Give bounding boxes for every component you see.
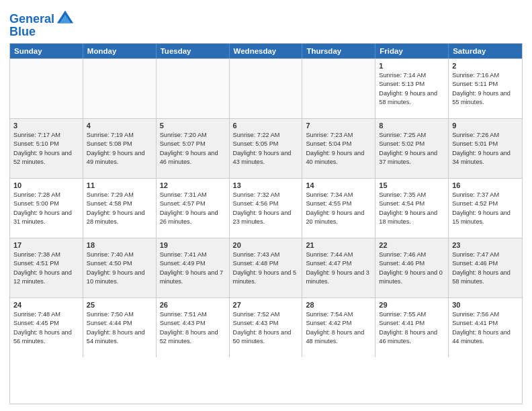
calendar-row-0: 1Sunrise: 7:14 AM Sunset: 5:13 PM Daylig…	[10, 58, 522, 118]
calendar-cell-3-6: 23Sunrise: 7:47 AM Sunset: 4:46 PM Dayli…	[449, 238, 522, 298]
day-number: 25	[87, 301, 152, 309]
day-number: 11	[87, 181, 152, 189]
day-number: 18	[87, 241, 152, 249]
day-number: 27	[233, 301, 299, 309]
calendar-cell-1-6: 9Sunrise: 7:26 AM Sunset: 5:01 PM Daylig…	[449, 119, 522, 178]
cell-info: Sunrise: 7:19 AM Sunset: 5:08 PM Dayligh…	[87, 131, 152, 167]
cell-info: Sunrise: 7:41 AM Sunset: 4:49 PM Dayligh…	[160, 250, 226, 286]
calendar: Sunday Monday Tuesday Wednesday Thursday…	[9, 43, 523, 404]
calendar-cell-2-4: 14Sunrise: 7:34 AM Sunset: 4:55 PM Dayli…	[302, 179, 375, 238]
cell-info: Sunrise: 7:51 AM Sunset: 4:43 PM Dayligh…	[160, 310, 226, 346]
calendar-header: Sunday Monday Tuesday Wednesday Thursday…	[10, 44, 522, 58]
day-number: 1	[379, 62, 445, 70]
calendar-cell-3-5: 22Sunrise: 7:46 AM Sunset: 4:46 PM Dayli…	[375, 238, 449, 298]
cell-info: Sunrise: 7:29 AM Sunset: 4:58 PM Dayligh…	[87, 191, 152, 226]
logo: General Blue	[9, 9, 75, 38]
cell-info: Sunrise: 7:52 AM Sunset: 4:43 PM Dayligh…	[233, 310, 299, 346]
cell-info: Sunrise: 7:46 AM Sunset: 4:46 PM Dayligh…	[379, 250, 445, 286]
header-saturday: Saturday	[449, 44, 522, 58]
day-number: 29	[379, 301, 445, 309]
calendar-cell-4-4: 28Sunrise: 7:54 AM Sunset: 4:42 PM Dayli…	[302, 298, 375, 357]
cell-info: Sunrise: 7:55 AM Sunset: 4:41 PM Dayligh…	[379, 310, 445, 346]
cell-info: Sunrise: 7:35 AM Sunset: 4:54 PM Dayligh…	[379, 191, 445, 226]
day-number: 2	[452, 62, 519, 70]
cell-info: Sunrise: 7:48 AM Sunset: 4:45 PM Dayligh…	[13, 310, 79, 346]
header: General Blue	[9, 7, 523, 38]
cell-info: Sunrise: 7:28 AM Sunset: 5:00 PM Dayligh…	[13, 191, 79, 226]
calendar-cell-1-5: 8Sunrise: 7:25 AM Sunset: 5:02 PM Daylig…	[375, 119, 449, 178]
calendar-cell-1-2: 5Sunrise: 7:20 AM Sunset: 5:07 PM Daylig…	[157, 119, 230, 178]
day-number: 19	[160, 241, 226, 249]
calendar-cell-0-6: 2Sunrise: 7:16 AM Sunset: 5:11 PM Daylig…	[449, 59, 522, 118]
header-friday: Friday	[375, 44, 449, 58]
day-number: 28	[306, 301, 371, 309]
day-number: 10	[13, 181, 79, 189]
logo-text-blue: Blue	[9, 26, 36, 38]
day-number: 7	[306, 122, 371, 130]
cell-info: Sunrise: 7:17 AM Sunset: 5:10 PM Dayligh…	[13, 131, 79, 167]
cell-info: Sunrise: 7:40 AM Sunset: 4:50 PM Dayligh…	[87, 250, 152, 286]
day-number: 9	[452, 122, 519, 130]
cell-info: Sunrise: 7:44 AM Sunset: 4:47 PM Dayligh…	[306, 250, 371, 286]
calendar-cell-0-1	[83, 59, 157, 118]
calendar-cell-4-0: 24Sunrise: 7:48 AM Sunset: 4:45 PM Dayli…	[10, 298, 83, 357]
header-tuesday: Tuesday	[157, 44, 230, 58]
calendar-row-2: 10Sunrise: 7:28 AM Sunset: 5:00 PM Dayli…	[10, 178, 522, 238]
day-number: 21	[306, 241, 371, 249]
cell-info: Sunrise: 7:31 AM Sunset: 4:57 PM Dayligh…	[160, 191, 226, 226]
calendar-cell-2-2: 12Sunrise: 7:31 AM Sunset: 4:57 PM Dayli…	[157, 179, 230, 238]
calendar-cell-3-0: 17Sunrise: 7:38 AM Sunset: 4:51 PM Dayli…	[10, 238, 83, 298]
day-number: 6	[233, 122, 299, 130]
calendar-cell-2-3: 13Sunrise: 7:32 AM Sunset: 4:56 PM Dayli…	[230, 179, 303, 238]
calendar-cell-0-2	[157, 59, 230, 118]
day-number: 17	[13, 241, 79, 249]
cell-info: Sunrise: 7:32 AM Sunset: 4:56 PM Dayligh…	[233, 191, 299, 226]
cell-info: Sunrise: 7:20 AM Sunset: 5:07 PM Dayligh…	[160, 131, 226, 167]
calendar-row-3: 17Sunrise: 7:38 AM Sunset: 4:51 PM Dayli…	[10, 238, 522, 298]
calendar-cell-0-4	[302, 59, 375, 118]
calendar-cell-4-3: 27Sunrise: 7:52 AM Sunset: 4:43 PM Dayli…	[230, 298, 303, 357]
calendar-cell-4-1: 25Sunrise: 7:50 AM Sunset: 4:44 PM Dayli…	[83, 298, 157, 357]
calendar-cell-2-6: 16Sunrise: 7:37 AM Sunset: 4:52 PM Dayli…	[449, 179, 522, 238]
cell-info: Sunrise: 7:56 AM Sunset: 4:41 PM Dayligh…	[452, 310, 519, 346]
calendar-cell-4-2: 26Sunrise: 7:51 AM Sunset: 4:43 PM Dayli…	[157, 298, 230, 357]
header-sunday: Sunday	[10, 44, 83, 58]
calendar-cell-3-3: 20Sunrise: 7:43 AM Sunset: 4:48 PM Dayli…	[230, 238, 303, 298]
cell-info: Sunrise: 7:14 AM Sunset: 5:13 PM Dayligh…	[379, 71, 445, 107]
day-number: 13	[233, 181, 299, 189]
cell-info: Sunrise: 7:38 AM Sunset: 4:51 PM Dayligh…	[13, 250, 79, 286]
day-number: 4	[87, 122, 152, 130]
header-monday: Monday	[83, 44, 157, 58]
calendar-cell-3-1: 18Sunrise: 7:40 AM Sunset: 4:50 PM Dayli…	[83, 238, 157, 298]
calendar-cell-0-5: 1Sunrise: 7:14 AM Sunset: 5:13 PM Daylig…	[375, 59, 449, 118]
cell-info: Sunrise: 7:34 AM Sunset: 4:55 PM Dayligh…	[306, 191, 371, 226]
cell-info: Sunrise: 7:43 AM Sunset: 4:48 PM Dayligh…	[233, 250, 299, 286]
day-number: 24	[13, 301, 79, 309]
calendar-cell-1-0: 3Sunrise: 7:17 AM Sunset: 5:10 PM Daylig…	[10, 119, 83, 178]
logo-text-general: General	[9, 13, 54, 25]
header-wednesday: Wednesday	[230, 44, 303, 58]
day-number: 20	[233, 241, 299, 249]
calendar-grid: 1Sunrise: 7:14 AM Sunset: 5:13 PM Daylig…	[10, 58, 522, 357]
day-number: 30	[452, 301, 519, 309]
cell-info: Sunrise: 7:25 AM Sunset: 5:02 PM Dayligh…	[379, 131, 445, 167]
calendar-cell-3-2: 19Sunrise: 7:41 AM Sunset: 4:49 PM Dayli…	[157, 238, 230, 298]
cell-info: Sunrise: 7:47 AM Sunset: 4:46 PM Dayligh…	[452, 250, 519, 286]
calendar-cell-4-5: 29Sunrise: 7:55 AM Sunset: 4:41 PM Dayli…	[375, 298, 449, 357]
cell-info: Sunrise: 7:54 AM Sunset: 4:42 PM Dayligh…	[306, 310, 371, 346]
calendar-cell-3-4: 21Sunrise: 7:44 AM Sunset: 4:47 PM Dayli…	[302, 238, 375, 298]
day-number: 15	[379, 181, 445, 189]
calendar-row-1: 3Sunrise: 7:17 AM Sunset: 5:10 PM Daylig…	[10, 118, 522, 178]
day-number: 5	[160, 122, 226, 130]
calendar-cell-2-5: 15Sunrise: 7:35 AM Sunset: 4:54 PM Dayli…	[375, 179, 449, 238]
day-number: 22	[379, 241, 445, 249]
calendar-cell-1-3: 6Sunrise: 7:22 AM Sunset: 5:05 PM Daylig…	[230, 119, 303, 178]
calendar-cell-1-4: 7Sunrise: 7:23 AM Sunset: 5:04 PM Daylig…	[302, 119, 375, 178]
calendar-row-4: 24Sunrise: 7:48 AM Sunset: 4:45 PM Dayli…	[10, 298, 522, 357]
day-number: 8	[379, 122, 445, 130]
cell-info: Sunrise: 7:22 AM Sunset: 5:05 PM Dayligh…	[233, 131, 299, 167]
cell-info: Sunrise: 7:50 AM Sunset: 4:44 PM Dayligh…	[87, 310, 152, 346]
day-number: 12	[160, 181, 226, 189]
day-number: 14	[306, 181, 371, 189]
calendar-cell-4-6: 30Sunrise: 7:56 AM Sunset: 4:41 PM Dayli…	[449, 298, 522, 357]
